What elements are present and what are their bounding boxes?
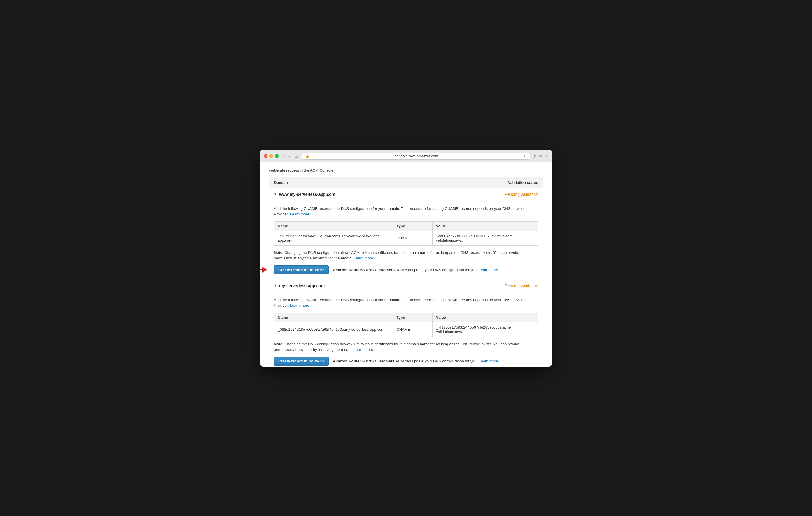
domain1-body: Add the following CNAME record to the DN… xyxy=(269,201,543,279)
table-header: Domain Validation status xyxy=(269,178,543,188)
domain2-route53-description: Amazon Route 53 DNS Customers ACM can up… xyxy=(333,359,499,363)
domains-table: Domain Validation status ▼ www.my-server… xyxy=(269,177,543,366)
domain2-description: Add the following CNAME record to the DN… xyxy=(274,297,538,308)
minimize-button[interactable] xyxy=(269,154,273,158)
top-note: certificate request in the ACM Console. xyxy=(269,168,543,172)
domain1-action-row: Create record in Route 53 Amazon Route 5… xyxy=(274,265,538,274)
domain2-note-label: Note xyxy=(274,342,282,346)
domain1-table-type-header: Type xyxy=(393,221,433,230)
arrow-head xyxy=(262,267,267,273)
domain2-learn-more-link[interactable]: Learn more. xyxy=(290,303,310,308)
domain1-route53-label: Amazon Route 53 DNS Customers xyxy=(333,268,395,272)
domain1-section: ▼ www.my-serverless-app.com Pending vali… xyxy=(269,188,543,279)
domain2-dns-table: Name Type Value _088d1024d18e7d05b3a7a62… xyxy=(274,313,538,337)
domain2-create-record-button[interactable]: Create record in Route 53 xyxy=(274,357,329,366)
domain2-table-type-header: Type xyxy=(393,313,433,322)
domain2-note: Note: Changing the DNS configuration all… xyxy=(274,341,538,353)
browser-window: ‹ › ⊡ 🔒 console.aws.amazon.com ↻ ⬆ ⧉ ＋ c… xyxy=(260,150,552,366)
maximize-button[interactable] xyxy=(275,154,279,158)
domain2-action-row: Create record in Route 53 Amazon Route 5… xyxy=(274,357,538,366)
domain1-title-row: ▼ www.my-serverless-app.com xyxy=(274,192,335,197)
domain2-name: my-serverless-app.com xyxy=(279,283,325,288)
domain1-create-record-button[interactable]: Create record in Route 53 xyxy=(274,265,329,274)
tab-overview-button[interactable]: ⊡ xyxy=(293,153,299,159)
add-tab-button[interactable]: ＋ xyxy=(544,154,548,159)
address-bar[interactable]: 🔒 console.aws.amazon.com ↻ xyxy=(302,153,530,160)
domain1-route53-learn-more-link[interactable]: Learn more. xyxy=(478,268,499,272)
browser-chrome: ‹ › ⊡ 🔒 console.aws.amazon.com ↻ ⬆ ⧉ ＋ xyxy=(260,150,552,162)
domain1-note-learn-more-link[interactable]: Learn more. xyxy=(354,256,374,260)
red-arrow-icon xyxy=(260,267,267,273)
domain1-header: ▼ www.my-serverless-app.com Pending vali… xyxy=(269,188,543,201)
domain1-table-value-header: Value xyxy=(433,221,538,230)
domain1-table-name-header: Name xyxy=(274,221,393,230)
domain1-note: Note: Changing the DNS configuration all… xyxy=(274,250,538,261)
domain1-arrow-annotation xyxy=(260,267,267,273)
domain1-dns-table: Name Type Value _c71e86e75aafbe5d4935e1c… xyxy=(274,221,538,246)
domain1-learn-more-link[interactable]: Learn more. xyxy=(290,212,310,216)
domain1-table-row: _c71e86e75aafbe5d4935e1c6b7ce901b.www.my… xyxy=(274,230,538,245)
domain2-table-value-header: Value xyxy=(433,313,538,322)
domain1-note-label: Note xyxy=(274,250,282,255)
status-column-header: Validation status xyxy=(406,180,538,185)
back-button[interactable]: ‹ xyxy=(282,153,286,159)
domain2-validation-status: Pending validation xyxy=(505,283,538,288)
domain2-row-name: _088d1024d18e7d05b3a7a62f4eff170a.my-ser… xyxy=(274,322,393,337)
domain1-row-name: _c71e86e75aafbe5d4935e1c6b7ce901b.www.my… xyxy=(274,230,393,245)
share-button[interactable]: ⬆ xyxy=(533,154,536,159)
domain1-chevron-icon[interactable]: ▼ xyxy=(274,193,277,196)
domain2-section: ▼ my-serverless-app.com Pending validati… xyxy=(269,279,543,366)
domain-column-header: Domain xyxy=(274,180,406,185)
domain1-row-type: CNAME xyxy=(393,230,433,245)
domain2-header: ▼ my-serverless-app.com Pending validati… xyxy=(269,279,543,293)
domain2-route53-learn-more-link[interactable]: Learn more. xyxy=(478,359,499,363)
traffic-lights xyxy=(264,154,279,158)
nav-buttons: ‹ › ⊡ xyxy=(282,153,299,159)
arrow-line xyxy=(260,269,262,270)
browser-actions: ⬆ ⧉ ＋ xyxy=(533,154,548,159)
domain2-row-type: CNAME xyxy=(393,322,433,337)
domain2-table-row: _088d1024d18e7d05b3a7a62f4eff170a.my-ser… xyxy=(274,322,538,337)
domain2-title-row: ▼ my-serverless-app.com xyxy=(274,283,325,288)
browser-content: certificate request in the ACM Console. … xyxy=(260,162,552,366)
domain1-description: Add the following CNAME record to the DN… xyxy=(274,206,538,217)
domain2-body: Add the following CNAME record to the DN… xyxy=(269,293,543,366)
domain1-name: www.my-serverless-app.com xyxy=(279,192,335,197)
domain2-route53-label: Amazon Route 53 DNS Customers xyxy=(333,359,395,363)
reload-button[interactable]: ↻ xyxy=(524,154,527,159)
close-button[interactable] xyxy=(264,154,267,158)
content-area: certificate request in the ACM Console. … xyxy=(260,162,552,366)
lock-icon: 🔒 xyxy=(306,154,310,158)
domain1-validation-status: Pending validation xyxy=(505,192,538,197)
domain2-row-value: _7f12c0e175f082446b67cfe2637cc582.acm-va… xyxy=(433,322,538,337)
domain2-table-name-header: Name xyxy=(274,313,393,322)
forward-button[interactable]: › xyxy=(287,153,291,159)
domain1-route53-description: Amazon Route 53 DNS Customers ACM can up… xyxy=(333,268,499,272)
new-tab-button[interactable]: ⧉ xyxy=(539,154,542,159)
domain2-chevron-icon[interactable]: ▼ xyxy=(274,284,277,287)
url-text: console.aws.amazon.com xyxy=(311,154,522,158)
domain2-note-learn-more-link[interactable]: Learn more. xyxy=(354,347,374,352)
domain1-row-value: _ca004ef653d16682a0063a1871d77e3b.acm-va… xyxy=(433,230,538,245)
